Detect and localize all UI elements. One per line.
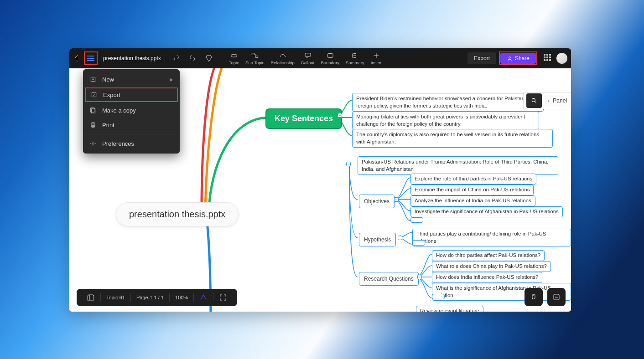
- svg-rect-4: [327, 53, 333, 57]
- menu-new-label: New: [102, 76, 114, 83]
- submenu-arrow-icon: ▶: [170, 77, 173, 82]
- page-indicator[interactable]: Page-1 1 / 1: [131, 293, 170, 302]
- leaf-node[interactable]: Third parties play a contributing/ defin…: [412, 229, 571, 246]
- objectives-node[interactable]: Objectives: [359, 195, 395, 208]
- expand-connector[interactable]: −: [394, 197, 399, 202]
- svg-rect-11: [92, 123, 94, 124]
- main-topic-node[interactable]: Pakistan-US Relations under Trump Admini…: [358, 156, 558, 175]
- menu-print[interactable]: Print: [83, 118, 180, 132]
- hypothesis-node[interactable]: Hypothesis: [359, 233, 396, 246]
- panel-toggle: ‹ Panel: [523, 92, 571, 109]
- leaf-node[interactable]: Analyze the influence of India on Pak-US…: [410, 195, 535, 206]
- menu-preferences[interactable]: Preferences: [83, 136, 180, 151]
- expand-connector[interactable]: −: [346, 162, 351, 166]
- fullscreen-button[interactable]: [213, 293, 233, 302]
- leaf-node[interactable]: How does India influence Pak-US relation…: [432, 272, 542, 283]
- style-button[interactable]: [202, 48, 216, 68]
- svg-rect-8: [92, 109, 95, 113]
- menu-new[interactable]: New ▶: [83, 72, 180, 87]
- svg-rect-9: [91, 108, 94, 112]
- leaf-node-empty[interactable]: [432, 294, 445, 299]
- insert-button[interactable]: Insert: [368, 51, 384, 67]
- user-avatar[interactable]: [556, 53, 567, 64]
- insert-label: Insert: [371, 60, 382, 65]
- leaf-node[interactable]: Examine the impact of China on Pak-US re…: [410, 185, 534, 195]
- svg-rect-2: [255, 56, 258, 57]
- toolbar-tools: Topic Sub Topic Relationship Callout Bou…: [226, 51, 384, 67]
- fn-button[interactable]: Fn: [547, 288, 566, 306]
- svg-rect-7: [92, 92, 96, 97]
- leaf-node[interactable]: How do third parties affect Pak-US relat…: [432, 250, 545, 261]
- floating-buttons: Fn: [525, 288, 566, 306]
- leaf-node[interactable]: Explore the role of third parties in Pak…: [410, 174, 536, 185]
- svg-point-14: [532, 98, 535, 102]
- chevron-left-icon[interactable]: ‹: [545, 97, 552, 104]
- svg-text:Fn: Fn: [555, 296, 558, 299]
- menu-make-copy[interactable]: Make a copy: [83, 103, 180, 118]
- topic-button[interactable]: Topic: [226, 51, 242, 67]
- central-topic[interactable]: presentation thesis.pptx: [116, 202, 239, 226]
- svg-point-13: [92, 143, 94, 144]
- outline-button[interactable]: [81, 293, 101, 302]
- menu-preferences-label: Preferences: [102, 140, 134, 147]
- relationship-label: Relationship: [271, 60, 295, 65]
- leaf-node-empty[interactable]: [410, 217, 423, 223]
- redo-button[interactable]: [186, 48, 199, 68]
- topic-count: Topic 61: [101, 293, 131, 302]
- svg-rect-0: [231, 54, 237, 56]
- apps-grid-icon[interactable]: [544, 54, 553, 63]
- theme-button[interactable]: [194, 293, 213, 302]
- leaf-node[interactable]: Investigate the significance of Afghanis…: [410, 206, 563, 217]
- undo-button[interactable]: [169, 48, 183, 68]
- menu-separator: [83, 134, 180, 134]
- relationship-button[interactable]: Relationship: [268, 51, 297, 67]
- mindmap-app-window: presentation thesis.pptx Topic Sub Topic…: [69, 48, 571, 312]
- search-button[interactable]: [526, 93, 542, 108]
- subtopic-label: Sub Topic: [245, 60, 265, 65]
- menu-export-label: Export: [103, 92, 120, 98]
- share-label: Share: [515, 55, 530, 62]
- document-filename[interactable]: presentation thesis.pptx: [99, 54, 165, 63]
- boundary-label: Boundary: [321, 60, 339, 65]
- callout-label: Callout: [301, 60, 315, 65]
- sentence-node[interactable]: President Biden's restrained behavior sh…: [352, 93, 544, 112]
- leaf-node[interactable]: What role does China play in Pak-US rela…: [432, 261, 551, 272]
- export-button[interactable]: Export: [467, 52, 496, 64]
- hamburger-icon: [87, 58, 94, 59]
- topic-label: Topic: [229, 60, 239, 65]
- menu-print-label: Print: [102, 122, 114, 128]
- leaf-node-empty[interactable]: [412, 240, 425, 246]
- expand-connector[interactable]: −: [417, 275, 422, 279]
- share-button[interactable]: Share: [500, 53, 536, 64]
- sentence-node[interactable]: The country's diplomacy is also required…: [352, 129, 553, 148]
- leaf-node[interactable]: Review relevant literature: [416, 306, 483, 312]
- svg-point-5: [509, 56, 510, 58]
- subtopic-button[interactable]: Sub Topic: [243, 51, 267, 67]
- hamburger-menu-button[interactable]: [84, 51, 98, 65]
- status-bar: Topic 61 Page-1 1 / 1 100%: [77, 289, 237, 306]
- mouse-mode-button[interactable]: [525, 288, 543, 306]
- svg-rect-3: [305, 53, 311, 56]
- boundary-button[interactable]: Boundary: [318, 51, 342, 67]
- research-questions-node[interactable]: Research Questions: [359, 272, 419, 286]
- back-button[interactable]: [71, 52, 82, 65]
- expand-connector[interactable]: −: [398, 236, 402, 240]
- key-sentences-node[interactable]: Key Sentences: [265, 108, 342, 129]
- zoom-level[interactable]: 100%: [170, 293, 194, 302]
- top-toolbar: presentation thesis.pptx Topic Sub Topic…: [69, 48, 571, 68]
- main-dropdown-menu: New ▶ Export Make a copy Print Preferenc…: [83, 69, 180, 154]
- menu-copy-label: Make a copy: [102, 107, 136, 114]
- callout-button[interactable]: Callout: [298, 51, 317, 67]
- share-highlight: Share: [499, 51, 537, 65]
- svg-rect-1: [252, 53, 254, 55]
- summary-label: Summary: [346, 60, 364, 65]
- summary-button[interactable]: Summary: [343, 51, 367, 67]
- expand-connector[interactable]: −: [338, 113, 342, 118]
- sentence-node[interactable]: Managing bilateral ties with both great …: [352, 111, 539, 130]
- menu-export[interactable]: Export: [85, 87, 178, 102]
- panel-label[interactable]: Panel: [552, 97, 571, 104]
